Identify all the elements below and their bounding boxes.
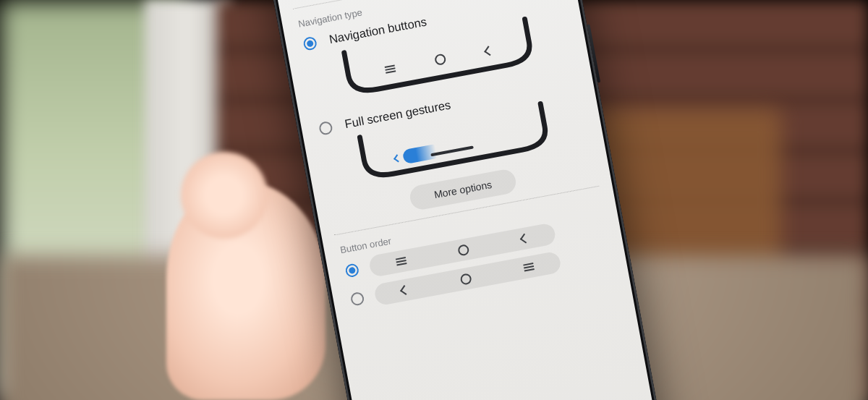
home-icon bbox=[434, 54, 446, 66]
recents-icon bbox=[523, 263, 535, 271]
home-icon bbox=[457, 244, 469, 256]
recents-icon bbox=[385, 64, 396, 73]
radio-icon bbox=[350, 292, 365, 307]
back-key-icon bbox=[520, 234, 530, 244]
radio-icon bbox=[344, 263, 359, 278]
back-key-icon bbox=[400, 285, 410, 295]
radio-icon bbox=[318, 120, 333, 135]
scene-background: 1:50 ⊘ 52% Navigation bar bbox=[0, 0, 868, 400]
radio-icon bbox=[302, 35, 318, 51]
hand-thumb bbox=[166, 181, 326, 400]
home-icon bbox=[460, 273, 472, 285]
recents-icon bbox=[396, 257, 407, 265]
